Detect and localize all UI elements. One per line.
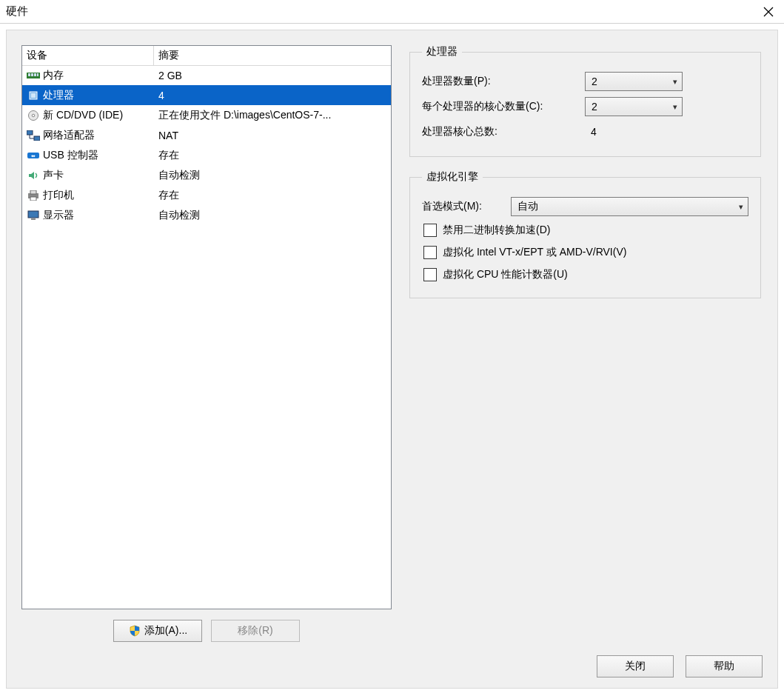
disable-binary-translation-label: 禁用二进制转换加速(D) <box>443 224 550 237</box>
device-summary: 存在 <box>154 189 391 202</box>
chevron-down-icon: ▾ <box>673 77 677 87</box>
cpu-count-value: 2 <box>592 76 597 87</box>
disable-binary-translation-row[interactable]: 禁用二进制转换加速(D) <box>422 219 748 241</box>
remove-button[interactable]: 移除(R) <box>211 620 300 642</box>
device-summary: 2 GB <box>154 70 391 81</box>
device-name: 声卡 <box>43 169 64 182</box>
display-icon <box>27 210 40 221</box>
svg-rect-16 <box>28 211 38 218</box>
right-column: 处理器 处理器数量(P): 2 ▾ 每个处理器的核心数量(C): 2 ▾ <box>408 45 763 642</box>
svg-point-8 <box>32 114 35 117</box>
help-button-label: 帮助 <box>714 660 734 673</box>
help-button[interactable]: 帮助 <box>686 655 763 677</box>
device-list-header: 设备 摘要 <box>21 45 392 66</box>
table-row[interactable]: 内存2 GB <box>22 65 391 85</box>
table-row[interactable]: 打印机存在 <box>22 185 391 205</box>
disc-icon <box>27 110 40 121</box>
svg-rect-9 <box>27 130 33 135</box>
table-row[interactable]: 处理器4 <box>22 85 391 105</box>
preferred-mode-value: 自动 <box>517 200 538 213</box>
device-summary: NAT <box>154 130 391 141</box>
svg-rect-15 <box>30 197 36 201</box>
cpu-count-select[interactable]: 2 ▾ <box>585 72 683 91</box>
close-icon[interactable] <box>759 2 778 21</box>
cores-per-cpu-select[interactable]: 2 ▾ <box>585 97 683 116</box>
checkbox-icon[interactable] <box>423 246 437 259</box>
printer-icon <box>27 190 40 201</box>
table-row[interactable]: ⬌USB 控制器存在 <box>22 145 391 165</box>
titlebar: 硬件 <box>0 0 784 24</box>
device-name: 处理器 <box>43 89 74 102</box>
svg-rect-2 <box>31 73 33 76</box>
usb-icon: ⬌ <box>27 150 40 161</box>
checkbox-icon[interactable] <box>423 224 437 237</box>
total-cores-value: 4 <box>585 126 597 138</box>
memory-icon <box>27 70 40 81</box>
virtualize-vt-row[interactable]: 虚拟化 Intel VT-x/EPT 或 AMD-V/RVI(V) <box>422 241 748 264</box>
preferred-mode-label: 首选模式(M): <box>422 200 503 213</box>
cores-per-cpu-value: 2 <box>592 101 597 113</box>
device-summary: 存在 <box>154 149 391 162</box>
device-name: 新 CD/DVD (IDE) <box>43 109 123 122</box>
remove-button-label: 移除(R) <box>238 624 272 638</box>
svg-rect-3 <box>34 73 36 76</box>
col-header-summary[interactable]: 摘要 <box>154 49 391 62</box>
device-summary: 自动检测 <box>154 209 391 222</box>
left-column: 设备 摘要 内存2 GB处理器4新 CD/DVD (IDE)正在使用文件 D:\… <box>21 45 392 642</box>
svg-rect-4 <box>37 73 38 76</box>
chevron-down-icon: ▾ <box>739 202 743 212</box>
device-summary: 正在使用文件 D:\images\CentOS-7-... <box>154 109 391 122</box>
device-summary: 4 <box>154 90 391 101</box>
device-name: 网络适配器 <box>43 129 95 142</box>
shield-icon <box>128 625 141 637</box>
device-list[interactable]: 设备 摘要 内存2 GB处理器4新 CD/DVD (IDE)正在使用文件 D:\… <box>21 45 392 609</box>
preferred-mode-select[interactable]: 自动 ▾ <box>511 197 748 216</box>
device-name: 内存 <box>43 69 64 82</box>
table-row[interactable]: 显示器自动检测 <box>22 205 391 225</box>
virtualization-group: 虚拟化引擎 首选模式(M): 自动 ▾ 禁用二进制转换加速(D) 虚拟化 Int… <box>409 170 761 298</box>
virtualize-vt-label: 虚拟化 Intel VT-x/EPT 或 AMD-V/RVI(V) <box>443 246 626 259</box>
checkbox-icon[interactable] <box>423 268 437 281</box>
chevron-down-icon: ▾ <box>673 102 677 112</box>
cores-per-cpu-label: 每个处理器的核心数量(C): <box>422 100 577 113</box>
virtualize-perf-counters-label: 虚拟化 CPU 性能计数器(U) <box>443 268 568 281</box>
device-summary: 自动检测 <box>154 169 391 182</box>
svg-rect-1 <box>28 73 30 76</box>
add-button-label: 添加(A)... <box>144 624 187 638</box>
network-icon <box>27 130 40 141</box>
svg-rect-10 <box>34 136 40 141</box>
svg-rect-6 <box>31 93 36 98</box>
total-cores-label: 处理器核心总数: <box>422 125 577 138</box>
close-button[interactable]: 关闭 <box>597 655 674 677</box>
table-row[interactable]: 新 CD/DVD (IDE)正在使用文件 D:\images\CentOS-7-… <box>22 105 391 125</box>
table-row[interactable]: 网络适配器NAT <box>22 125 391 145</box>
cpu-icon <box>27 90 40 101</box>
window-title: 硬件 <box>6 4 759 19</box>
close-button-label: 关闭 <box>625 660 646 673</box>
col-header-device[interactable]: 设备 <box>22 46 154 65</box>
device-name: USB 控制器 <box>43 149 98 162</box>
device-name: 打印机 <box>43 189 74 202</box>
svg-rect-17 <box>31 218 36 220</box>
virtualization-legend: 虚拟化引擎 <box>422 170 483 184</box>
svg-rect-14 <box>30 190 36 194</box>
table-row[interactable]: 声卡自动检测 <box>22 165 391 185</box>
processors-legend: 处理器 <box>422 45 462 58</box>
processors-group: 处理器 处理器数量(P): 2 ▾ 每个处理器的核心数量(C): 2 ▾ <box>409 45 761 157</box>
sound-icon <box>27 170 40 181</box>
add-button[interactable]: 添加(A)... <box>113 620 202 642</box>
hardware-panel: 设备 摘要 内存2 GB处理器4新 CD/DVD (IDE)正在使用文件 D:\… <box>6 30 778 689</box>
cpu-count-label: 处理器数量(P): <box>422 75 577 88</box>
virtualize-perf-counters-row[interactable]: 虚拟化 CPU 性能计数器(U) <box>422 264 748 286</box>
device-name: 显示器 <box>43 209 74 222</box>
svg-text:⬌: ⬌ <box>31 153 36 158</box>
